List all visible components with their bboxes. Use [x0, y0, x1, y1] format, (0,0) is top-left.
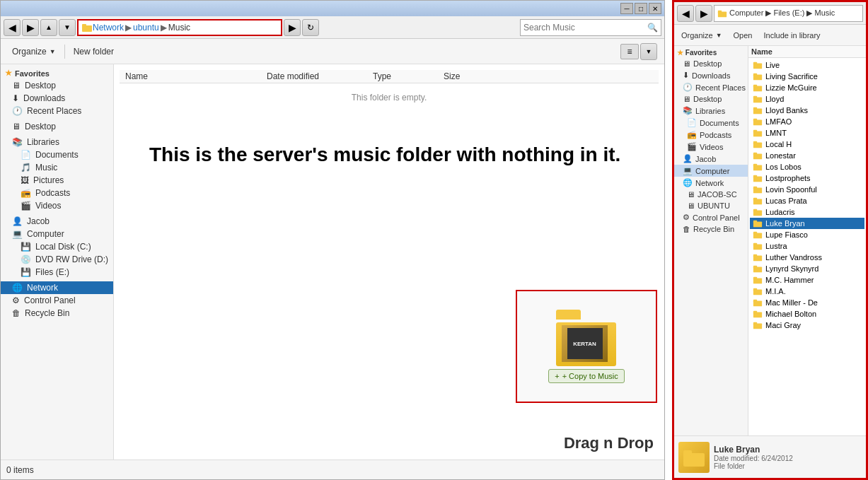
svg-rect-19	[753, 141, 757, 144]
sidebar-item-downloads[interactable]: ⬇ Downloads	[1, 92, 113, 105]
file-item[interactable]: Lloyd Banks	[750, 105, 864, 116]
right-cp-icon: ⚙	[683, 213, 690, 222]
sidebar-item-podcasts[interactable]: 📻 Podcasts	[1, 187, 113, 199]
file-name: Lostprophets	[765, 174, 811, 182]
file-item[interactable]: Lovin Spoonful	[750, 184, 864, 195]
right-organize-button[interactable]: Organize ▼	[678, 25, 725, 45]
right-sidebar-podcasts[interactable]: 📻Podcasts	[674, 129, 748, 141]
back-button[interactable]: ◀	[4, 19, 21, 36]
file-item[interactable]: Lynyrd Skynyrd	[750, 263, 864, 274]
sidebar-item-recycle-bin[interactable]: 🗑 Recycle Bin	[1, 307, 113, 320]
right-sidebar-network[interactable]: 🌐Network	[674, 177, 748, 189]
forward-button[interactable]: ▶	[22, 19, 39, 36]
sidebar-item-libraries[interactable]: 📚 Libraries	[1, 136, 113, 148]
up-button[interactable]: ▲	[40, 19, 57, 36]
file-item[interactable]: Luther Vandross	[750, 252, 864, 263]
file-item[interactable]: Lostprophets	[750, 172, 864, 184]
file-item[interactable]: LMNT	[750, 127, 864, 139]
col-date-header[interactable]: Date modified	[267, 71, 373, 81]
sidebar-item-network[interactable]: 🌐 Network	[1, 281, 113, 294]
file-item[interactable]: Los Lobos	[750, 161, 864, 172]
sidebar-item-desktop[interactable]: 🖥 Desktop	[1, 79, 113, 92]
view-options-button[interactable]: ▼	[640, 43, 657, 60]
right-sidebar-computer[interactable]: 💻Computer	[674, 165, 748, 177]
right-path-box[interactable]: Computer ▶ Files (E:) ▶ Music	[714, 5, 863, 22]
sidebar-item-local-disk[interactable]: 💾 Local Disk (C:)	[1, 240, 113, 253]
file-folder-icon	[753, 117, 763, 127]
sidebar-item-pictures[interactable]: 🖼 Pictures	[1, 174, 113, 187]
sidebar-item-desktop2[interactable]: 🖥 Desktop	[1, 120, 113, 133]
sidebar-item-control-panel[interactable]: ⚙ Control Panel	[1, 294, 113, 307]
file-item[interactable]: Ludacris	[750, 206, 864, 218]
file-item[interactable]: Lucas Prata	[750, 195, 864, 206]
col-name-header[interactable]: Name	[125, 71, 267, 81]
refresh-button[interactable]: ↻	[302, 19, 319, 36]
right-forward-button[interactable]: ▶	[695, 5, 712, 22]
go-button[interactable]: ▶	[284, 19, 301, 36]
left-title-bar: ─ □ ✕	[1, 1, 664, 16]
file-item[interactable]: LMFAO	[750, 116, 864, 127]
right-sidebar-jacob-sc[interactable]: 🖥JACOB-SC	[674, 189, 748, 200]
file-item[interactable]: Luke Bryan	[750, 218, 864, 229]
sidebar-item-files-e[interactable]: 💾 Files (E:)	[1, 266, 113, 279]
file-item[interactable]: Lupe Fiasco	[750, 229, 864, 240]
right-sidebar-videos[interactable]: 🎬Videos	[674, 141, 748, 153]
favorites-header[interactable]: ★ Favorites	[1, 67, 113, 79]
sidebar-item-computer[interactable]: 💻 Computer	[1, 228, 113, 240]
svg-rect-3	[718, 10, 722, 13]
sidebar-item-jacob[interactable]: 👤 Jacob	[1, 215, 113, 228]
svg-rect-47	[753, 300, 757, 303]
sidebar-item-music[interactable]: 🎵 Music	[1, 161, 113, 174]
right-status-bar: Luke Bryan Date modified: 6/24/2012 File…	[674, 435, 866, 478]
right-open-button[interactable]: Open	[731, 25, 756, 45]
copy-to-music-button[interactable]: + + Copy to Music	[548, 369, 625, 383]
file-item[interactable]: Michael Bolton	[750, 308, 864, 320]
right-sidebar-recent[interactable]: 🕐Recent Places	[674, 81, 748, 93]
sidebar-item-documents[interactable]: 📄 Documents	[1, 148, 113, 161]
sidebar-item-recent[interactable]: 🕐 Recent Places	[1, 105, 113, 117]
folder-thumbnail: KERTAN	[562, 325, 608, 362]
file-name: Maci Gray	[765, 321, 801, 329]
right-sidebar-libraries[interactable]: 📚Libraries	[674, 105, 748, 117]
file-item[interactable]: Lloyd	[750, 93, 864, 105]
file-item[interactable]: Lustra	[750, 240, 864, 252]
search-input[interactable]	[523, 23, 647, 33]
organize-button[interactable]: Organize ▼	[6, 42, 62, 62]
right-sidebar-downloads[interactable]: ⬇Downloads	[674, 69, 748, 81]
col-type-header[interactable]: Type	[373, 71, 444, 81]
right-sidebar-documents[interactable]: 📄Documents	[674, 117, 748, 129]
file-item[interactable]: Mac Miller - De	[750, 297, 864, 308]
right-sidebar-ubuntu[interactable]: 🖥UBUNTU	[674, 200, 748, 211]
right-star-icon: ★	[677, 49, 683, 57]
file-item[interactable]: Local H	[750, 139, 864, 150]
close-button[interactable]: ✕	[649, 3, 661, 14]
right-sidebar-recycle-bin[interactable]: 🗑Recycle Bin	[674, 223, 748, 235]
right-libraries-icon: 📚	[683, 106, 693, 115]
file-item[interactable]: Maci Gray	[750, 320, 864, 331]
right-sidebar-control-panel[interactable]: ⚙Control Panel	[674, 211, 748, 223]
new-folder-button[interactable]: New folder	[68, 42, 120, 62]
col-size-header[interactable]: Size	[444, 71, 500, 81]
sidebar-item-dvd[interactable]: 💿 DVD RW Drive (D:)	[1, 253, 113, 266]
maximize-button[interactable]: □	[635, 3, 647, 14]
file-item[interactable]: Live	[750, 59, 864, 71]
file-item[interactable]: Living Sacrifice	[750, 71, 864, 82]
recent-button[interactable]: ▼	[59, 19, 76, 36]
sidebar-item-videos[interactable]: 🎬 Videos	[1, 199, 113, 212]
file-item[interactable]: Lonestar	[750, 150, 864, 161]
organize-chevron: ▼	[50, 48, 56, 55]
right-sidebar-desktop2[interactable]: 🖥Desktop	[674, 93, 748, 105]
recycle-icon: 🗑	[12, 308, 21, 318]
file-item[interactable]: Lizzie McGuire	[750, 82, 864, 93]
file-item[interactable]: M.I.A.	[750, 286, 864, 297]
drag-drop-area[interactable]: KERTAN + + Copy to Music	[516, 290, 657, 403]
right-sidebar-desktop[interactable]: 🖥Desktop	[674, 58, 748, 69]
right-sidebar-jacob[interactable]: 👤Jacob	[674, 153, 748, 165]
right-back-button[interactable]: ◀	[677, 5, 694, 22]
address-path-box[interactable]: Network ▶ ubuntu ▶ Music	[77, 19, 282, 36]
file-folder-icon	[753, 320, 763, 330]
minimize-button[interactable]: ─	[620, 3, 633, 14]
right-include-library-button[interactable]: Include in library	[760, 25, 823, 45]
file-item[interactable]: M.C. Hammer	[750, 274, 864, 286]
view-button[interactable]: ≡	[620, 44, 639, 59]
